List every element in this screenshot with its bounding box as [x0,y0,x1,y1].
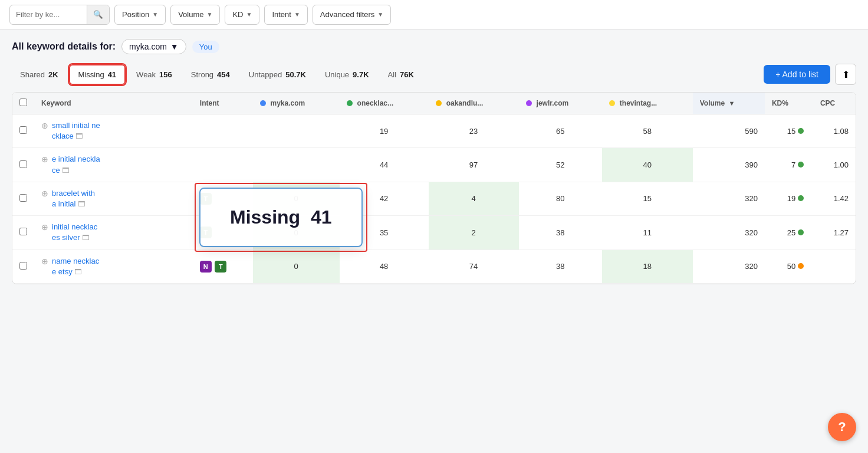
add-keyword-icon[interactable]: ⊕ [41,257,48,266]
keyword-link[interactable]: initial necklaces silver [52,222,97,242]
you-badge: You [192,41,219,53]
oakandlu-dot [436,100,442,106]
chevron-down-icon: ▼ [377,11,383,18]
volume-cell: 320 [693,182,765,215]
add-keyword-icon[interactable]: ⊕ [41,155,48,164]
tab-untapped[interactable]: Untapped 50.7K [241,65,314,84]
select-all-header[interactable] [12,93,34,114]
keyword-table: Keyword Intent myka.com onecklac... [12,92,856,284]
volume-cell: 320 [693,216,765,250]
kd-cell: 19 [765,182,813,215]
search-button[interactable]: 🔍 [87,5,109,25]
col-kd: KD% [765,93,813,114]
col-oakandlu: oakandlu... [429,93,519,114]
row-checkbox[interactable] [19,160,27,168]
kd-dot [798,229,804,235]
tabs-right: + Add to list ⬆ [764,64,856,85]
advanced-filters[interactable]: Advanced filters ▼ [313,5,391,25]
tabs-actions: Shared 2K Missing 41 Weak 156 Strong 454… [12,64,856,85]
thevindag-dot [609,100,615,106]
kd-cell: 50 [765,250,813,283]
row-checkbox[interactable] [19,126,27,134]
page-title: All keyword details for: [12,41,116,52]
minus-icon[interactable]: 🗖 [62,166,69,175]
keyword-search[interactable]: 🔍 [9,5,110,25]
minus-icon[interactable]: 🗖 [75,132,83,140]
thevindag-cell: 15 [602,182,693,215]
tab-unique[interactable]: Unique 9.7K [317,65,377,84]
myka-cell: 0 [253,216,340,250]
col-myka: myka.com [253,93,340,114]
intent-filter[interactable]: Intent ▼ [264,5,307,25]
onecklac-cell: 35 [340,216,429,250]
tab-weak[interactable]: Weak 156 [128,65,180,84]
chevron-down-icon: ▼ [152,11,158,18]
col-thevindag: thevintag... [602,93,693,114]
col-jewlr: jewlr.com [519,93,602,114]
kd-dot [798,128,804,134]
tab-missing[interactable]: Missing 41 [69,64,126,85]
volume-filter[interactable]: Volume ▼ [170,5,220,25]
minus-icon[interactable]: 🗖 [78,200,85,208]
thevindag-cell: 58 [602,114,693,148]
myka-dot [260,100,266,106]
tabs-left: Shared 2K Missing 41 Weak 156 Strong 454… [12,64,422,85]
export-button[interactable]: ⬆ [835,64,856,85]
domain-selector[interactable]: myka.com ▼ [121,39,186,54]
col-cpc: CPC [813,93,856,114]
tab-shared[interactable]: Shared 2K [12,65,67,84]
keyword-cell: ⊕ bracelet witha initial 🗖 [34,182,193,215]
chevron-down-icon: ▼ [246,11,252,18]
keyword-cell: ⊕ small initial necklace 🗖 [34,114,193,148]
keyword-cell: ⊕ name necklace etsy 🗖 [34,250,193,283]
myka-cell: 0 [253,182,340,215]
row-checkbox[interactable] [19,194,27,202]
jewlr-cell: 38 [519,250,602,283]
row-checkbox[interactable] [19,228,27,235]
table-row: ⊕ small initial necklace 🗖 19 23 65 58 5 [12,114,856,148]
row-checkbox[interactable] [19,262,27,270]
chevron-down-icon: ▼ [207,11,213,18]
position-filter[interactable]: Position ▼ [114,5,166,25]
volume-cell: 320 [693,250,765,283]
keyword-link[interactable]: bracelet witha initial [52,189,95,208]
kd-filter[interactable]: KD ▼ [225,5,259,25]
onecklac-cell: 19 [340,114,429,148]
minus-icon[interactable]: 🗖 [74,268,81,276]
tab-all[interactable]: All 76K [380,65,422,84]
tab-strong[interactable]: Strong 454 [183,65,238,84]
col-volume[interactable]: Volume ▼ [693,93,765,114]
col-intent: Intent [193,93,253,114]
cpc-cell: 1.08 [813,114,856,148]
cpc-cell: 1.00 [813,148,856,182]
add-keyword-icon[interactable]: ⊕ [41,222,48,232]
jewlr-dot [526,100,532,106]
kd-dot [798,162,804,168]
jewlr-cell: 52 [519,148,602,182]
onecklac-cell: 44 [340,148,429,182]
intent-cell: T [193,216,253,250]
search-input[interactable] [10,10,87,19]
myka-cell: 0 [253,250,340,283]
add-keyword-icon[interactable]: ⊕ [41,121,48,130]
sort-icon: ▼ [729,100,735,107]
table-row: ⊕ e initial necklace 🗖 44 97 52 40 390 [12,148,856,182]
intent-cell: T [193,182,253,215]
keyword-link[interactable]: e initial necklace [52,155,100,174]
add-keyword-icon[interactable]: ⊕ [41,189,48,198]
oakandlu-cell: 23 [429,114,519,148]
table-row: ⊕ initial necklaces silver 🗖 T 0 35 2 38… [12,216,856,250]
oakandlu-cell: 97 [429,148,519,182]
thevindag-cell: 18 [602,250,693,283]
intent-t-badge: T [200,193,212,205]
col-keyword: Keyword [34,93,193,114]
kd-cell: 25 [765,216,813,250]
table-row: ⊕ name necklace etsy 🗖 N T 0 48 74 [12,250,856,283]
onecklac-cell: 48 [340,250,429,283]
intent-cell [193,148,253,182]
add-to-list-button[interactable]: + Add to list [764,65,830,84]
jewlr-cell: 65 [519,114,602,148]
minus-icon[interactable]: 🗖 [82,234,89,242]
kd-cell: 7 [765,148,813,182]
select-all-checkbox[interactable] [19,99,27,106]
